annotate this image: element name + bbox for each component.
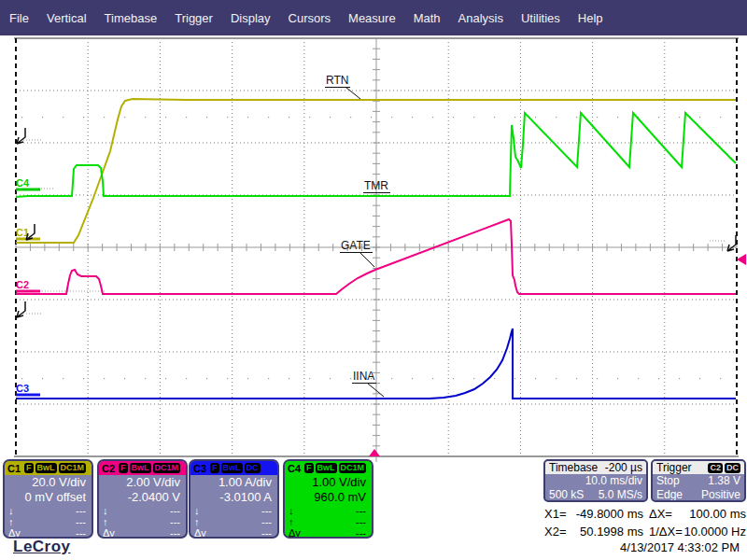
impedance-badge: DC1M [153,463,181,473]
grid-dot [679,117,680,118]
grid-dot [309,378,310,379]
waveform-display[interactable]: C4C1C2C3 RTNTMRGATEIINA [0,0,747,463]
trigger-time-marker[interactable] [369,449,380,456]
grid-dot [391,117,392,118]
menu-item-math[interactable]: Math [414,11,441,25]
menu-item-help[interactable]: Help [578,11,603,25]
trigger-level-marker[interactable] [737,254,746,265]
impedance-badge: DC [245,463,261,473]
datetime-display: 4/13/2017 4:33:02 PM [620,540,740,554]
cursor-x1-row: X1=-49.8000 ms [544,505,643,523]
measure-value: --- [261,516,272,527]
trigger-source-badge: C2 [708,463,723,473]
timebase-box[interactable]: Timebase -200 µs 10.0 ms/div 500 kS 5.0 … [543,459,648,502]
trace-label-tmr: TMR [363,180,390,193]
grid-dot [186,378,187,379]
channel-header-c3[interactable]: C3 F BwL DC [190,461,277,475]
channel-header-c1[interactable]: C1 F BwL DC1M [5,461,92,475]
trigger-mode-row: Stop 1.38 V [653,474,744,488]
trigger-slope: Positive [701,488,740,502]
cursor-invdx-label: 1/ΔX= [649,523,683,540]
time-per-div: 10.0 ms/div [545,474,646,488]
scope-graticule: C4C1C2C3 [0,0,747,463]
cursor-dx-row: ΔX=100.00 ms [649,505,746,523]
up-arrow-icon: ↑ [289,516,294,527]
grid-dot [597,378,598,379]
menu-item-trigger[interactable]: Trigger [175,11,213,25]
impedance-badge: DC1M [339,463,367,473]
menu-item-measure[interactable]: Measure [348,11,396,25]
grid-dot [42,378,43,379]
grid-dot [658,117,659,118]
grid-dot [227,117,228,118]
grid-dot [679,378,680,379]
grid-dot [720,117,721,118]
measure-row-dy: Δy--- [99,527,186,539]
channel-descriptor-c2[interactable]: C2 F BwL DC1M 2.00 V/div -2.0400 V ↓--- … [97,459,188,539]
lecroy-logo: LeCroy [13,538,71,556]
offset-value: -2.0400 V [99,490,186,505]
trigger-box[interactable]: Trigger C2 DC Stop 1.38 V Edge Positive [651,459,746,502]
trigger-level: 1.38 V [708,474,740,488]
channel-descriptor-c4[interactable]: C4 F BwL DC1M 1.00 V/div 960.0 mV ↓--- ↑… [283,459,374,539]
menu-item-file[interactable]: File [9,11,29,25]
channel-header-c4[interactable]: C4 F BwL DC1M [285,461,372,475]
grid-dot [494,117,495,118]
grid-dot [514,378,515,379]
measure-row-min: ↓--- [99,505,186,516]
grid-dot [535,378,536,379]
grid-dot [473,378,474,379]
grid-dot [104,378,105,379]
channel-header-c2[interactable]: C2 F BwL DC1M [99,461,186,475]
delta-y-label: Δy [194,527,206,539]
grid-dot [227,378,228,379]
grid-dot [556,378,557,379]
cursor-x2-value: 50.1998 ms [580,523,643,540]
impedance-badge: DC1M [59,463,87,473]
grid-dot [83,378,84,379]
grid-dot [350,117,351,118]
cursor-x2-row: X2=50.1998 ms [544,523,643,540]
down-arrow-icon: ↓ [8,505,14,516]
measure-value: --- [170,527,180,539]
coupling-badge: F [210,463,219,473]
grid-dot [124,117,125,118]
delta-y-label: Δy [289,527,301,539]
delta-y-label: Δy [103,527,115,539]
channel-descriptor-c3[interactable]: C3 F BwL DC 1.00 A/div -3.0100 A ↓--- ↑-… [189,459,279,539]
grid-dot [289,117,289,118]
sample-count: 500 kS [549,488,584,502]
bandwidth-badge: BwL [221,463,243,473]
grid-dot [206,117,207,118]
menu-item-utilities[interactable]: Utilities [521,11,560,25]
coupling-badge: F [304,463,314,473]
grid-dot [412,117,413,118]
grid-dot [494,378,495,379]
volts-per-div: 1.00 V/div [285,475,372,490]
grid-dot [432,378,433,379]
trigger-coupling-badge: DC [725,463,740,473]
grid-dot [556,117,557,118]
timebase-delay: -200 µs [605,461,642,474]
menu-item-analysis[interactable]: Analysis [458,11,503,25]
offset-value: -3.0100 A [190,490,277,505]
label-pointer-line [346,88,360,99]
label-pointer-line [360,253,374,267]
volts-per-div: 2.00 V/div [99,475,186,490]
offset-value: 0 mV offset [5,490,92,505]
grid-dot [391,378,392,379]
cursor-x2-label: X2= [544,523,567,540]
grid-dot [658,378,659,379]
menu-item-cursors[interactable]: Cursors [289,11,331,25]
measure-row-min: ↓--- [285,505,372,516]
menu-item-timebase[interactable]: Timebase [105,11,158,25]
channel-descriptor-c1[interactable]: C1 F BwL DC1M 20.0 V/div 0 mV offset ↓--… [3,459,93,539]
menu-item-display[interactable]: Display [231,11,271,25]
grid-dot [268,378,269,379]
measure-value: --- [356,516,366,527]
menu-item-vertical[interactable]: Vertical [47,11,87,25]
measure-row-max: ↑--- [285,516,372,527]
grid-dot [699,117,700,118]
grid-dot [330,378,331,379]
grid-dot [597,117,598,118]
